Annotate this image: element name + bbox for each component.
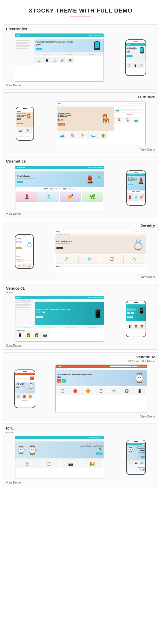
vendor01-sublabel: Dokan — [6, 291, 25, 294]
electronics-section: Electronics Stock. Home Shop Blog Pages … — [3, 24, 158, 90]
electronics-phone-products: ⌚ 📱 ⌚ — [126, 63, 146, 69]
furniture-phone-shop-btn[interactable]: SHOP NOW — [17, 123, 23, 124]
cosmetics-brands: MATRIX REDKEN ✿ SEDU Kérastase — [15, 187, 104, 191]
vendor02-product-grid: ⌚ 🔴 🟠 ⌚ 💎 🎧 📱 — [56, 386, 147, 396]
electronics-phone-banner: THE NEW BRANDSUNDER FAVORABLESMART WATCH… — [126, 46, 146, 60]
vendor02-phone-banner: THE NEW BRANDSALL INCREDIBLESMART WATCHE… — [15, 382, 35, 393]
vendor01-view-demo[interactable]: View Demo — [6, 344, 21, 347]
cosmetics-phone-btn[interactable]: Shop Now — [128, 184, 133, 185]
vendor01-label: Vendor 01 — [6, 286, 25, 290]
vendor02-mock-area: XStock. 🔍 THE NEW BRANDSALL INCREDIBLESM… — [3, 363, 158, 414]
jewelry-phone-content: Best Collection First Collection Shop No… — [15, 240, 33, 256]
vendor02-phone-mock: XStock. 🔍 THE NEW BRANDSALL INCREDIBLESM… — [14, 369, 35, 408]
rtl-phone-products: ⌚ 📷 🖼️ — [127, 460, 145, 466]
vendor01-promo: FREE SHIPPING SUPPORT 24/7 30 DAYS RETUR… — [15, 325, 104, 329]
rtl-phone-mock: ستوكي المنتجات الجديدةتحت الساعاتالعفصلة… — [126, 440, 146, 475]
jewelry-mock-area: ≡ xtocky Best Collection First Collectio… — [3, 229, 158, 274]
vendor01-phone-products: 📱 👩 👩 — [126, 323, 146, 330]
vendor02-label: Vendor 02 — [136, 355, 155, 359]
jewelry-product-grid: 💍 💎 📿 💍 — [55, 254, 146, 265]
electronics-label: Electronics — [6, 27, 27, 31]
electronics-banner: THE NEW BRANDS UNDER FAVORABLE SMART WAT… — [34, 39, 104, 52]
electronics-promo-strip: FREE SHIPPING SUPPORT 24/7 PAYMENT SECUR… — [34, 52, 104, 56]
svg-rect-2 — [95, 42, 99, 48]
svg-rect-6 — [140, 48, 143, 52]
jewelry-shop-btn[interactable]: Shop Now — [56, 247, 63, 249]
cosmetics-phone-products: 💄 🧴 💅 — [127, 193, 145, 201]
electronics-prod-5: 💻 — [67, 57, 74, 63]
cosmetics-product-grid: 💄 🧴 💅 🌿 — [15, 191, 104, 203]
electronics-prod-1: ⌚ — [35, 57, 43, 63]
cosmetics-phone-mock: stockfantastic New Collection With Any $… — [126, 170, 146, 206]
vendor02-banner: THE NEW BRANDS ALL INCREDIBLE SMART WATC… — [56, 370, 147, 386]
furniture-desktop-mock: Stock. Home Shop Blog Pages THE NEW BRAN… — [57, 102, 146, 146]
svg-rect-4 — [141, 47, 143, 47]
electronics-phone-shop-btn[interactable]: SHOP NOW — [126, 55, 133, 57]
furniture-main-banner: THE NEW BRANDSUNDER FAVORABLESMART CHAIR… — [57, 107, 114, 131]
svg-rect-0 — [96, 41, 98, 41]
jewelry-footer: View Demo — [3, 274, 158, 279]
jewelry-phone-mock: ≡ xtocky Best Collection First Collectio… — [15, 234, 34, 269]
electronics-footer: View Demo — [3, 83, 158, 87]
rtl-phone-btn[interactable]: تسوق — [141, 456, 145, 458]
rtl-sublabel: Arabia — [6, 431, 14, 434]
rtl-desktop-mock: ستوكي الرئيسية المتجر المدونة اتصل المنت… — [15, 436, 104, 479]
electronics-desktop-body: THE NEW BRANDS UNDER FAVORABLE SMART WAT… — [15, 39, 104, 65]
rtl-banner: المنتجات الجديدة تحت الساعات العفصلة ٢٥٠… — [15, 442, 104, 458]
electronics-view-demo[interactable]: View Demo — [6, 84, 21, 87]
electronics-banner-img — [92, 40, 102, 52]
vendor02-view-demo[interactable]: View Demo — [140, 415, 155, 418]
cosmetics-label: Cosmetics — [6, 159, 26, 163]
vendor01-mock-area: XStock. Home Shop Vendors Blog Contact — [3, 295, 158, 343]
vendor01-phone-btn[interactable]: SHOP NOW — [127, 317, 133, 318]
electronics-prod-2: 📱 — [43, 57, 50, 63]
electronics-prod-3: ⌚ — [51, 57, 58, 63]
rtl-view-demo[interactable]: View Demo — [6, 481, 21, 484]
furniture-desktop-shop-btn[interactable]: SHOP NOW — [58, 123, 65, 126]
electronics-phone-promo: FREE SHIP SUPPORT SECURE — [126, 60, 146, 63]
electronics-mock-area: Stock. Home Shop Blog Pages Contact — [3, 32, 158, 83]
cosmetics-section: Cosmetics stockfantastic Home Shop Blog … — [3, 157, 158, 218]
jewelry-phone-btn[interactable]: Shop Now — [16, 247, 22, 249]
rtl-section: RTL Arabia ستوكي الرئيسية المتجر المدونة… — [3, 424, 158, 487]
furniture-label: Furniture — [138, 95, 155, 99]
svg-rect-7 — [141, 53, 143, 54]
cosmetics-banner: New Collection With Any $50 Purchase Lim… — [15, 171, 104, 187]
jewelry-view-demo[interactable]: View Demo — [140, 275, 155, 278]
rtl-shop-btn[interactable]: تسوق الآن — [96, 452, 102, 455]
rtl-product-grid: ⌚ ⌚ 📷 🖼️ — [15, 458, 104, 469]
desktop-logo: Stock. — [16, 34, 20, 36]
cosmetics-shop-btn[interactable]: Shop Now — [17, 181, 23, 183]
vendor01-shop-btn[interactable]: SHOP NOW — [36, 316, 43, 318]
vendor02-sublabel: WC Vendor + BuddyPress — [128, 360, 155, 362]
cosmetics-phone-banner: New Collection With Any $50 PurchaseLimi… — [127, 176, 145, 190]
vendor01-phone-mock: XStock. MAKE A STATEMENTALL INCREDIBLESM… — [126, 301, 146, 337]
vendor02-footer: View Demo — [3, 414, 158, 419]
electronics-desktop-nav: Home Shop Blog Pages Contact — [15, 37, 104, 39]
furniture-section: Furniture Stock. THE NEW BRANDSUNDER FAV… — [3, 92, 158, 154]
rtl-phone-banner2: المنتجات الجديدة رس٢٥٠ اشتري الآن — [127, 466, 145, 473]
jewelry-section: Jewelry ≡ xtocky Best Collection First C… — [3, 221, 158, 281]
cosmetics-footer: View Demo — [3, 211, 158, 216]
page-title: XTOCKY THEME WITH FULL DEMO — [0, 0, 161, 22]
electronics-phone-header: Stock. — [126, 43, 146, 46]
electronics-desktop-header: Stock. — [15, 34, 104, 37]
vendor01-section: Vendor 01 Dokan XStock. Home Shop Vendor… — [3, 284, 158, 350]
jewelry-label: Jewelry — [141, 223, 155, 228]
furniture-phone-mock: Stock. THE NEW BRANDSUNDER FAVORABLESMAR… — [16, 107, 34, 141]
vendor01-featured-products: 📱 👩 👩 📷 — [16, 331, 103, 339]
jewelry-desktop-mock: xtocky Home Shop Blog Pages Contact Earr… — [55, 230, 146, 273]
cosmetics-view-demo[interactable]: View Demo — [6, 212, 21, 215]
rtl-footer: View Demo — [3, 480, 158, 485]
electronics-shop-btn[interactable]: SHOP NOW — [36, 48, 42, 50]
electronics-desktop-mock: Stock. Home Shop Blog Pages Contact — [15, 33, 104, 82]
furniture-view-demo[interactable]: View Demo — [140, 148, 155, 151]
rtl-label: RTL — [6, 426, 14, 430]
vendor02-section: Vendor 02 WC Vendor + BuddyPress XStock.… — [3, 352, 158, 421]
jewelry-banner: Earring Forever Shop Now 💍 — [55, 236, 146, 254]
vendor01-phone-banner: MAKE A STATEMENTALL INCREDIBLESMART PHON… — [126, 306, 146, 321]
furniture-sale-badge: SALE 10% — [114, 112, 145, 116]
electronics-prod-4: 🔊 — [59, 57, 66, 63]
vendor01-body: MAKE A STATEMENT ALL INCREDIBLE SMART PH… — [15, 302, 104, 325]
furniture-side-content: 🛋️ SALE 10% 🪑 🪑 🛋️ — [114, 107, 145, 131]
